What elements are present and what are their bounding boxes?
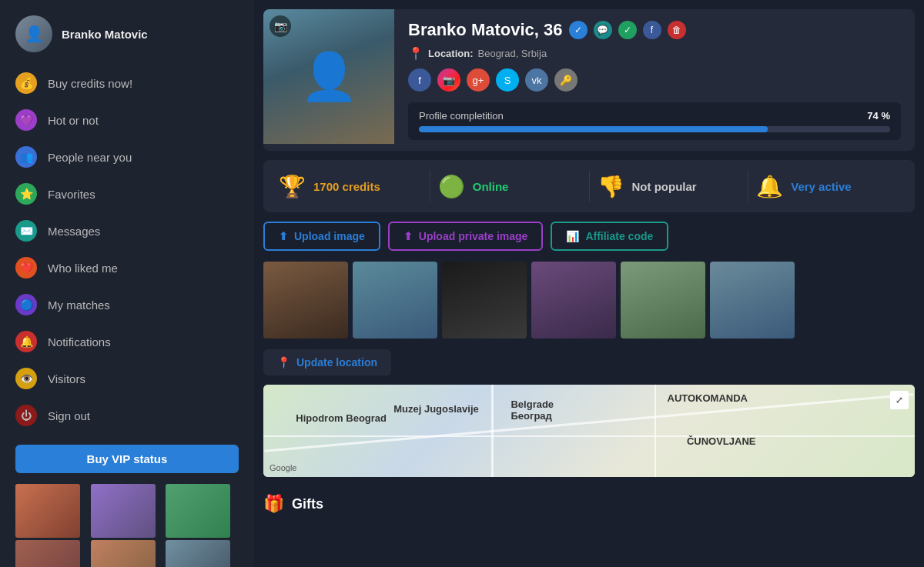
key-button[interactable]: 🔑	[554, 68, 578, 92]
map-label-belgrade: BelgradeБеоград	[511, 399, 554, 422]
popularity-info: Not popular	[632, 180, 697, 193]
photo-3[interactable]	[442, 262, 527, 339]
activity-value: Very active	[791, 180, 851, 193]
gifts-section: 🎁 Gifts	[263, 486, 915, 522]
credits-info: 1700 credits	[313, 180, 380, 193]
sidebar-user: 👤 Branko Matovic	[0, 8, 254, 60]
update-location-icon: 📍	[277, 356, 290, 369]
affiliate-code-label: Affiliate code	[585, 230, 653, 242]
profile-info: Branko Matovic, 36 ✓ 💬 ✓ f 🗑 📍 Location:…	[394, 9, 915, 151]
map-road-v2	[654, 385, 656, 477]
sidebar-thumb-5[interactable]	[91, 540, 156, 567]
sidebar-label-buy-credits: Buy credits now!	[48, 77, 132, 90]
map-container[interactable]: BelgradeБеоград AUTOKOMANDA Hipodrom Beo…	[263, 385, 915, 477]
hot-or-not-icon: 💜	[15, 109, 37, 131]
stat-credits: 🏆 1700 credits	[279, 174, 422, 199]
camera-icon[interactable]: 📷	[270, 15, 291, 37]
googleplus-button[interactable]: g+	[467, 68, 490, 92]
sidebar-item-messages[interactable]: ✉️ Messages	[0, 212, 254, 249]
instagram-button[interactable]: 📷	[437, 68, 460, 92]
photo-1[interactable]	[263, 262, 348, 339]
sidebar-item-visitors[interactable]: 👁️ Visitors	[0, 360, 254, 397]
upload-image-icon: ⬆	[279, 230, 288, 242]
stats-row: 🏆 1700 credits 🟢 Online 👎 Not popular	[263, 160, 915, 212]
location-pin-icon: 📍	[408, 46, 424, 61]
avatar-image: 👤	[15, 15, 52, 52]
delete-badge[interactable]: 🗑	[668, 21, 686, 39]
sidebar-label-people-near-you: People near you	[48, 151, 132, 164]
popularity-icon: 👎	[598, 174, 624, 199]
upload-private-icon: ⬆	[403, 230, 413, 242]
who-liked-me-icon: ❤️	[15, 257, 37, 278]
chat-badge: 💬	[594, 21, 612, 39]
gifts-label: Gifts	[292, 496, 323, 512]
completion-bar-fill	[419, 126, 768, 132]
sidebar-thumbnails	[0, 484, 254, 567]
online-icon: 🟢	[438, 174, 465, 199]
upload-image-label: Upload image	[294, 230, 365, 242]
sidebar-label-hot-or-not: Hot or not	[48, 114, 99, 127]
location-value: Beograd, Srbija	[478, 48, 547, 59]
facebook-button[interactable]: f	[408, 68, 431, 92]
activity-info: Very active	[791, 180, 851, 193]
update-location-section: 📍 Update location	[263, 349, 915, 385]
profile-card: 👤 📷 Branko Matovic, 36 ✓ 💬 ✓ f 🗑 📍 Locat…	[263, 9, 915, 151]
sidebar-label-who-liked-me: Who liked me	[48, 262, 118, 275]
stat-divider-3	[748, 171, 748, 202]
sidebar-item-hot-or-not[interactable]: 💜 Hot or not	[0, 102, 254, 138]
completion-label: Profile completition	[419, 110, 504, 122]
sidebar-item-buy-credits[interactable]: 💰 Buy credits now!	[0, 65, 254, 102]
skype-button[interactable]: S	[496, 68, 519, 92]
verified-badge: ✓	[569, 21, 588, 39]
sidebar-thumb-4[interactable]	[15, 540, 80, 567]
buy-credits-icon: 💰	[15, 72, 37, 94]
map-label-autokomanda: AUTOKOMANDA	[668, 392, 748, 404]
sidebar-item-who-liked-me[interactable]: ❤️ Who liked me	[0, 249, 254, 286]
stat-activity: 🔔 Very active	[756, 174, 899, 199]
upload-image-button[interactable]: ⬆ Upload image	[263, 222, 380, 251]
sidebar-thumb-6[interactable]	[166, 540, 230, 567]
sidebar-item-my-matches[interactable]: 🔵 My matches	[0, 286, 254, 323]
sidebar-label-my-matches: My matches	[48, 299, 110, 312]
main-content: 👤 📷 Branko Matovic, 36 ✓ 💬 ✓ f 🗑 📍 Locat…	[254, 0, 924, 567]
update-location-button[interactable]: 📍 Update location	[263, 349, 391, 375]
sidebar-label-notifications: Notifications	[48, 335, 111, 349]
completion-bar-bg	[419, 126, 890, 132]
sidebar-username: Branko Matovic	[62, 28, 148, 41]
map-expand-button[interactable]: ⤢	[890, 391, 909, 409]
sidebar-label-messages: Messages	[48, 225, 100, 238]
my-matches-icon: 🔵	[15, 294, 37, 315]
sidebar-item-notifications[interactable]: 🔔 Notifications	[0, 323, 254, 360]
photo-2[interactable]	[353, 262, 437, 339]
profile-location: 📍 Location: Beograd, Srbija	[408, 46, 901, 61]
completion-pct: 74 %	[867, 110, 890, 122]
photo-5[interactable]	[621, 262, 705, 339]
sidebar-label-sign-out: Sign out	[48, 409, 90, 422]
stat-divider-2	[589, 171, 590, 202]
map-inner: BelgradeБеоград AUTOKOMANDA Hipodrom Beo…	[263, 385, 915, 477]
notifications-icon: 🔔	[15, 331, 37, 352]
map-road-h2	[263, 435, 915, 437]
vk-button[interactable]: vk	[525, 68, 548, 92]
upload-private-button[interactable]: ⬆ Upload private image	[388, 222, 544, 251]
sidebar-thumb-1[interactable]	[15, 484, 80, 538]
sidebar-item-people-near-you[interactable]: 👥 People near you	[0, 138, 254, 175]
photo-6[interactable]	[710, 262, 795, 339]
affiliate-code-button[interactable]: 📊 Affiliate code	[551, 222, 668, 251]
sidebar-thumb-2[interactable]	[91, 484, 156, 538]
photo-4[interactable]	[531, 262, 616, 339]
visitors-icon: 👁️	[15, 368, 37, 389]
map-label-cunovljane: ČUNOVLJANE	[687, 435, 756, 447]
sidebar-thumb-3[interactable]	[166, 484, 230, 538]
online-info: Online	[473, 180, 509, 193]
people-near-you-icon: 👥	[15, 146, 37, 168]
map-road-v	[491, 385, 494, 477]
sidebar-item-sign-out[interactable]: ⏻ Sign out	[0, 397, 254, 434]
sidebar-item-favorites[interactable]: ⭐ Favorites	[0, 175, 254, 212]
stat-online: 🟢 Online	[438, 174, 581, 199]
avatar: 👤	[15, 15, 52, 52]
credits-value: 1700 credits	[313, 180, 380, 193]
buy-vip-button[interactable]: Buy VIP status	[15, 445, 239, 473]
photos-grid	[263, 262, 915, 339]
update-location-label: Update location	[296, 356, 377, 369]
